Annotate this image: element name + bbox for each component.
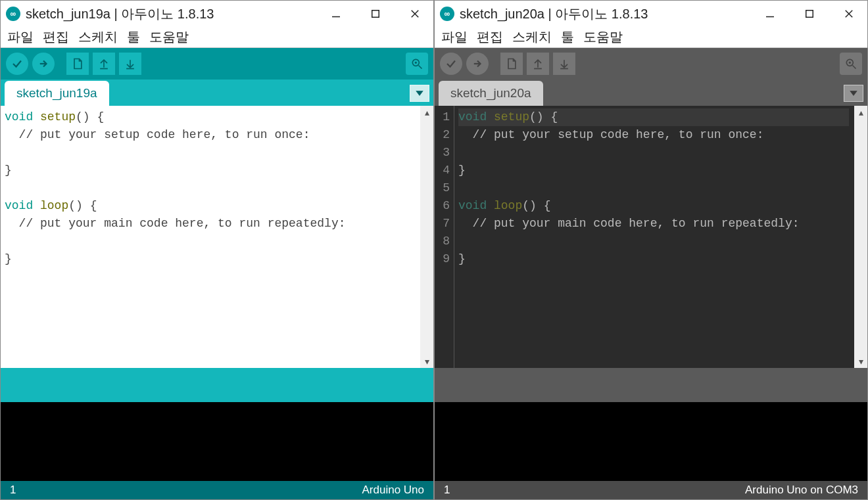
line-number: 2 <box>435 126 450 144</box>
close-button[interactable] <box>407 6 423 22</box>
menu-item[interactable]: 도움말 <box>583 28 623 46</box>
menu-item[interactable]: 파일 <box>441 28 468 46</box>
serial-monitor-button[interactable] <box>406 53 428 75</box>
code-line: } <box>458 162 849 179</box>
menu-item[interactable]: 도움말 <box>149 28 189 46</box>
code-token: // put your main code here, to run repea… <box>5 217 345 230</box>
code-token: } <box>458 164 466 177</box>
code-line <box>458 233 849 250</box>
code-token: () { <box>76 110 104 124</box>
line-number: 5 <box>435 179 450 197</box>
status-line: 1 <box>10 484 16 497</box>
scroll-down-icon[interactable]: ▾ <box>857 355 865 368</box>
tabbar: sketch_jun19a <box>1 80 433 106</box>
code-line: void loop() { <box>5 197 415 215</box>
code-line <box>5 144 415 162</box>
verify-button[interactable] <box>440 53 462 75</box>
save-sketch-button[interactable] <box>553 53 575 75</box>
menu-item[interactable]: 파일 <box>7 28 34 46</box>
code-token: } <box>458 252 466 265</box>
code-token: () { <box>522 199 550 212</box>
maximize-button[interactable] <box>802 6 817 22</box>
code-line: } <box>5 162 415 179</box>
code-token: setup <box>494 110 529 124</box>
status-board: Arduino Uno <box>362 484 424 497</box>
code-token: // put your setup code here, to run once… <box>458 128 763 141</box>
line-number: 6 <box>435 197 450 215</box>
status-board: Arduino Uno on COM3 <box>745 484 858 497</box>
code-token: () { <box>68 199 97 212</box>
code-editor[interactable]: void setup() { // put your setup code he… <box>1 106 420 368</box>
scroll-up-icon[interactable]: ▴ <box>423 106 431 119</box>
line-gutter: 123456789 <box>435 106 454 368</box>
tabbar: sketch_jun20a <box>435 80 867 106</box>
open-sketch-button[interactable] <box>527 53 549 75</box>
serial-monitor-button[interactable] <box>840 53 862 75</box>
save-sketch-button[interactable] <box>119 53 141 75</box>
arduino-window-1: ∞ sketch_jun20a | 아두이노 1.8.13 파일편집스케치툴도움… <box>434 0 868 500</box>
code-token: void <box>5 199 40 212</box>
menu-item[interactable]: 편집 <box>477 28 503 46</box>
scroll-up-icon[interactable]: ▴ <box>857 106 865 119</box>
new-sketch-button[interactable] <box>500 53 523 75</box>
code-line: // put your main code here, to run repea… <box>5 215 415 233</box>
code-line: // put your setup code here, to run once… <box>5 126 415 144</box>
editor-area[interactable]: void setup() { // put your setup code he… <box>1 106 433 368</box>
scrollbar[interactable]: ▴▾ <box>854 106 867 368</box>
code-line: } <box>5 250 415 268</box>
open-sketch-button[interactable] <box>93 53 115 75</box>
tab-dropdown-button[interactable] <box>844 85 863 102</box>
arduino-logo-icon: ∞ <box>440 7 454 21</box>
window-title: sketch_jun19a | 아두이노 1.8.13 <box>26 5 214 23</box>
titlebar: ∞ sketch_jun20a | 아두이노 1.8.13 <box>435 1 867 27</box>
code-line: void loop() { <box>458 197 849 215</box>
menu-item[interactable]: 스케치 <box>78 28 118 46</box>
titlebar: ∞ sketch_jun19a | 아두이노 1.8.13 <box>1 1 433 27</box>
tab-dropdown-button[interactable] <box>410 85 429 102</box>
sketch-tab[interactable]: sketch_jun20a <box>439 81 543 106</box>
code-editor[interactable]: void setup() { // put your setup code he… <box>454 106 854 368</box>
line-number: 9 <box>435 250 450 268</box>
line-number: 7 <box>435 215 450 233</box>
menu-item[interactable]: 스케치 <box>512 28 552 46</box>
line-number: 1 <box>435 108 450 126</box>
code-token: } <box>5 252 12 265</box>
code-token: () { <box>529 110 558 124</box>
editor-area[interactable]: 123456789void setup() { // put your setu… <box>435 106 867 368</box>
svg-marker-3 <box>416 91 423 96</box>
svg-rect-0 <box>372 11 379 18</box>
code-token: loop <box>40 199 68 212</box>
tab-label: sketch_jun20a <box>450 86 531 100</box>
menu-item[interactable]: 편집 <box>43 28 69 46</box>
code-token: // put your setup code here, to run once… <box>5 128 310 141</box>
code-line <box>5 233 415 250</box>
upload-button[interactable] <box>32 53 55 75</box>
message-band <box>435 368 867 402</box>
console-output <box>1 402 433 481</box>
verify-button[interactable] <box>6 53 28 75</box>
code-line <box>458 144 849 162</box>
close-button[interactable] <box>841 6 857 22</box>
code-token: void <box>458 199 494 212</box>
scrollbar[interactable]: ▴▾ <box>420 106 433 368</box>
toolbar <box>435 48 867 80</box>
tab-label: sketch_jun19a <box>16 86 97 100</box>
new-sketch-button[interactable] <box>66 53 89 75</box>
code-token: loop <box>494 199 522 212</box>
scroll-down-icon[interactable]: ▾ <box>423 355 431 368</box>
menu-item[interactable]: 툴 <box>127 28 140 46</box>
code-line: // put your setup code here, to run once… <box>458 126 849 144</box>
code-line: void setup() { <box>5 108 415 126</box>
upload-button[interactable] <box>466 53 489 75</box>
sketch-tab[interactable]: sketch_jun19a <box>5 81 109 106</box>
code-line <box>458 179 849 197</box>
status-line: 1 <box>444 484 450 497</box>
maximize-button[interactable] <box>368 6 383 22</box>
minimize-button[interactable] <box>762 6 778 22</box>
minimize-button[interactable] <box>328 6 344 22</box>
code-token: setup <box>40 110 76 124</box>
code-line: void setup() { <box>458 108 849 126</box>
code-line: // put your main code here, to run repea… <box>458 215 849 233</box>
menu-item[interactable]: 툴 <box>561 28 574 46</box>
svg-marker-7 <box>850 91 857 96</box>
